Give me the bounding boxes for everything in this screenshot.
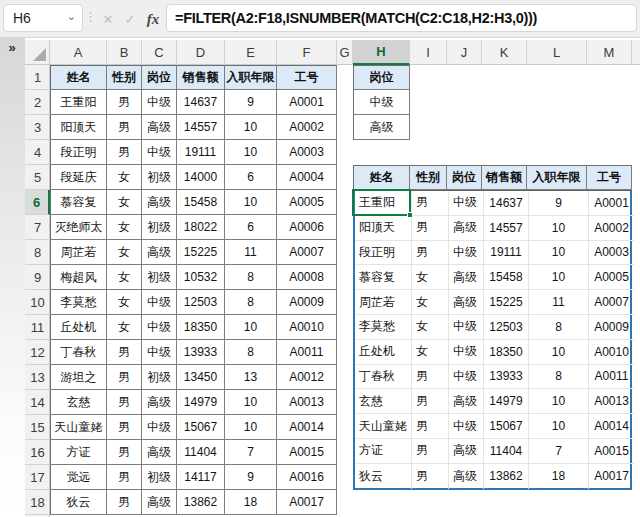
cell-F9[interactable]: A0008 [277, 265, 337, 290]
cell-E16[interactable]: 7 [225, 440, 277, 465]
cell-D14[interactable]: 14979 [177, 390, 225, 415]
cell-A17[interactable]: 觉远 [50, 465, 107, 490]
cell-K14[interactable]: 14979 [484, 389, 529, 414]
cell-B11[interactable]: 女 [107, 315, 142, 340]
cell-A10[interactable]: 李莫愁 [50, 290, 107, 315]
cell-M10[interactable]: A0007 [589, 290, 634, 315]
cell-J14[interactable]: 高级 [449, 389, 484, 414]
cell-E7[interactable]: 6 [225, 215, 277, 240]
cell-A6[interactable]: 慕容复 [50, 190, 107, 215]
cell-J7[interactable]: 高级 [449, 216, 484, 241]
column-header-E[interactable]: E [225, 40, 277, 65]
cell-J17[interactable]: 高级 [449, 464, 484, 489]
cell-I15[interactable]: 男 [412, 414, 449, 439]
cell-B17[interactable]: 男 [107, 465, 142, 490]
cell-D9[interactable]: 10532 [177, 265, 225, 290]
cell-C16[interactable]: 高级 [142, 440, 177, 465]
cell-L12[interactable]: 10 [529, 340, 589, 365]
cell-K9[interactable]: 15458 [484, 265, 529, 290]
row-header-3[interactable]: 3 [25, 115, 50, 140]
cell-M13[interactable]: A0011 [589, 365, 634, 390]
cell-I6[interactable]: 男 [412, 191, 449, 216]
cell-C13[interactable]: 初级 [142, 365, 177, 390]
cell-K7[interactable]: 14557 [484, 216, 529, 241]
cell-K8[interactable]: 19111 [484, 241, 529, 266]
cell-C10[interactable]: 中级 [142, 290, 177, 315]
cell-H7[interactable]: 阳顶天 [355, 216, 412, 241]
cell-H8[interactable]: 段正明 [355, 241, 412, 266]
cell-H15[interactable]: 天山童姥 [355, 414, 412, 439]
cell-K6[interactable]: 14637 [484, 191, 529, 216]
cell-F2[interactable]: A0001 [277, 90, 337, 115]
cell-F3[interactable]: A0002 [277, 115, 337, 140]
cell-H12[interactable]: 丘处机 [355, 340, 412, 365]
cell-I10[interactable]: 女 [412, 290, 449, 315]
cell-A11[interactable]: 丘处机 [50, 315, 107, 340]
cell-I8[interactable]: 男 [412, 241, 449, 266]
column-header-C[interactable]: C [142, 40, 177, 65]
cell-E13[interactable]: 13 [225, 365, 277, 390]
cell-B3[interactable]: 男 [107, 115, 142, 140]
row-header-18[interactable]: 18 [25, 490, 50, 515]
cell-K17[interactable]: 13862 [484, 464, 529, 489]
cell-D8[interactable]: 15225 [177, 240, 225, 265]
cell-A9[interactable]: 梅超风 [50, 265, 107, 290]
cell-L8[interactable]: 10 [529, 241, 589, 266]
cell-E1[interactable]: 入职年限 [225, 65, 277, 90]
cell-J5[interactable]: 岗位 [447, 165, 482, 190]
cell-A13[interactable]: 游坦之 [50, 365, 107, 390]
row-header-10[interactable]: 10 [25, 290, 50, 315]
cell-L14[interactable]: 10 [529, 389, 589, 414]
cell-L5[interactable]: 入职年限 [527, 165, 587, 190]
column-header-A[interactable]: A [50, 40, 107, 65]
cell-C17[interactable]: 初级 [142, 465, 177, 490]
cell-D3[interactable]: 14557 [177, 115, 225, 140]
cell-L16[interactable]: 7 [529, 439, 589, 464]
cell-L13[interactable]: 8 [529, 365, 589, 390]
column-header-B[interactable]: B [107, 40, 142, 65]
cell-D4[interactable]: 19111 [177, 140, 225, 165]
fill-handle[interactable] [407, 212, 413, 218]
cell-E15[interactable]: 10 [225, 415, 277, 440]
cell-E8[interactable]: 11 [225, 240, 277, 265]
cell-H16[interactable]: 方证 [355, 439, 412, 464]
cell-I11[interactable]: 女 [412, 315, 449, 340]
column-header-D[interactable]: D [177, 40, 225, 65]
expand-pane-button[interactable]: » [2, 40, 22, 58]
cell-A2[interactable]: 王重阳 [50, 90, 107, 115]
cell-I14[interactable]: 男 [412, 389, 449, 414]
cell-I7[interactable]: 男 [412, 216, 449, 241]
cell-F1[interactable]: 工号 [277, 65, 337, 90]
cell-H3[interactable]: 高级 [353, 115, 410, 140]
cell-F8[interactable]: A0007 [277, 240, 337, 265]
cell-C11[interactable]: 中级 [142, 315, 177, 340]
cell-C15[interactable]: 中级 [142, 415, 177, 440]
cell-L17[interactable]: 18 [529, 464, 589, 489]
cell-M17[interactable]: A0017 [589, 464, 634, 489]
cell-H17[interactable]: 狄云 [355, 464, 412, 489]
cell-E11[interactable]: 10 [225, 315, 277, 340]
row-header-12[interactable]: 12 [25, 340, 50, 365]
column-header-H[interactable]: H [353, 40, 410, 65]
cell-A7[interactable]: 灭绝师太 [50, 215, 107, 240]
cell-B16[interactable]: 男 [107, 440, 142, 465]
cell-J13[interactable]: 中级 [449, 365, 484, 390]
cell-M5[interactable]: 工号 [587, 165, 632, 190]
cell-F6[interactable]: A0005 [277, 190, 337, 215]
cell-D17[interactable]: 14117 [177, 465, 225, 490]
column-header-L[interactable]: L [527, 40, 587, 65]
cell-M15[interactable]: A0014 [589, 414, 634, 439]
cancel-entry-icon[interactable]: ✕ [98, 0, 118, 38]
row-header-11[interactable]: 11 [25, 315, 50, 340]
row-header-7[interactable]: 7 [25, 215, 50, 240]
cell-D13[interactable]: 13450 [177, 365, 225, 390]
cell-J11[interactable]: 中级 [449, 315, 484, 340]
cell-B2[interactable]: 男 [107, 90, 142, 115]
row-header-16[interactable]: 16 [25, 440, 50, 465]
cell-I17[interactable]: 男 [412, 464, 449, 489]
cell-F5[interactable]: A0004 [277, 165, 337, 190]
cell-A4[interactable]: 段正明 [50, 140, 107, 165]
cell-H14[interactable]: 玄慈 [355, 389, 412, 414]
cell-D7[interactable]: 18022 [177, 215, 225, 240]
cell-E6[interactable]: 10 [225, 190, 277, 215]
